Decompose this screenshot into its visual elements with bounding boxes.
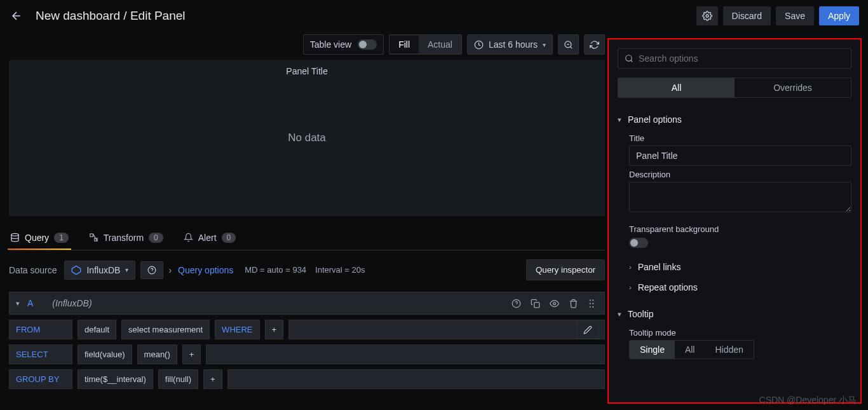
tab-transform-label: Transform [104, 233, 144, 243]
actual-option[interactable]: Actual [419, 36, 461, 53]
section-label: Tooltip [628, 309, 653, 319]
page-title: New dashboard / Edit Panel [36, 9, 186, 23]
query-row-key: SELECT [9, 345, 72, 364]
query-row-value[interactable]: field(value) [78, 345, 132, 364]
svg-point-11 [590, 299, 591, 301]
svg-point-16 [592, 306, 593, 307]
query-row-value[interactable]: mean() [137, 345, 177, 364]
query-row-rest [206, 345, 605, 364]
description-field-label: Description [629, 170, 851, 179]
tab-transform[interactable]: Transform 0 [89, 226, 163, 249]
svg-point-13 [590, 303, 591, 304]
query-letter: A [27, 298, 33, 308]
copy-icon[interactable] [531, 299, 541, 308]
tooltip-mode-all[interactable]: All [675, 341, 705, 359]
preview-title: Panel Title [286, 66, 327, 76]
time-range-picker[interactable]: Last 6 hours ▾ [467, 34, 553, 55]
clock-icon [474, 40, 484, 50]
options-sidebar: Time series ▾ › All Overrides ▾ Panel op… [607, 38, 862, 404]
datasource-name: InfluxDB [86, 265, 120, 275]
section-tooltip[interactable]: ▾ Tooltip [618, 304, 851, 324]
fill-actual-segment: Fill Actual [389, 34, 462, 55]
transparent-toggle[interactable] [629, 238, 648, 248]
query-options-link[interactable]: Query options [178, 265, 233, 275]
edit-query-button[interactable] [576, 321, 599, 339]
tab-alert-label: Alert [198, 233, 217, 243]
search-options-input[interactable] [618, 48, 851, 69]
refresh-icon [590, 40, 599, 50]
time-range-label: Last 6 hours [489, 39, 538, 50]
datasource-picker[interactable]: InfluxDB ▾ [64, 261, 135, 280]
chevron-down-icon[interactable]: ▾ [16, 299, 20, 308]
influxdb-icon [71, 265, 81, 275]
tooltip-mode-hidden[interactable]: Hidden [705, 341, 753, 359]
zoom-out-icon [564, 40, 573, 50]
tab-transform-count: 0 [149, 233, 163, 243]
section-label: Panel links [638, 262, 681, 272]
section-repeat-options[interactable]: › Repeat options [618, 277, 851, 297]
svg-point-14 [592, 303, 593, 304]
description-input[interactable] [629, 182, 851, 212]
table-view-toggle[interactable]: Table view [303, 34, 384, 55]
toggle-icon [358, 39, 377, 50]
query-inspector-button[interactable]: Query inspector [526, 259, 605, 280]
tab-overrides[interactable]: Overrides [735, 78, 851, 97]
question-icon [147, 266, 156, 275]
watermark: CSDN @Developer 小马 [759, 395, 857, 406]
query-row-add[interactable]: + [265, 320, 284, 339]
apply-button[interactable]: Apply [819, 6, 859, 25]
tab-query-label: Query [25, 233, 49, 243]
chevron-right-icon[interactable]: › [168, 265, 172, 275]
chevron-down-icon: ▾ [543, 41, 546, 48]
svg-point-15 [590, 306, 591, 307]
query-row-rest [227, 369, 605, 389]
datasource-label: Data source [9, 265, 57, 275]
query-row-add[interactable]: + [182, 345, 201, 364]
tab-all[interactable]: All [618, 78, 735, 97]
query-header[interactable]: ▾ A (InfluxDB) [9, 292, 605, 315]
title-input[interactable] [629, 146, 851, 166]
tab-query[interactable]: Query 1 [10, 226, 69, 249]
drag-icon[interactable] [588, 299, 598, 308]
zoom-out-button[interactable] [558, 34, 579, 55]
chevron-right-icon: › [629, 284, 632, 291]
query-row-value[interactable]: time($__interval) [78, 369, 153, 389]
svg-point-10 [553, 302, 556, 304]
datasource-help[interactable] [140, 261, 163, 279]
query-row-keyword[interactable]: WHERE [215, 320, 259, 339]
md-info: MD = auto = 934 [245, 265, 306, 275]
section-panel-links[interactable]: › Panel links [618, 257, 851, 277]
transparent-label: Transparent background [629, 224, 851, 234]
pencil-icon [583, 325, 592, 334]
svg-rect-9 [534, 302, 539, 307]
query-row-rest [288, 320, 605, 339]
svg-point-12 [592, 299, 593, 301]
query-row-value[interactable]: fill(null) [158, 369, 198, 389]
query-row-value[interactable]: default [78, 320, 116, 339]
search-icon [625, 54, 634, 63]
no-data-message: No data [288, 132, 326, 144]
query-datasource: (InfluxDB) [52, 298, 92, 308]
trash-icon[interactable] [569, 299, 579, 308]
eye-icon[interactable] [550, 299, 560, 308]
section-label: Panel options [628, 114, 682, 125]
tooltip-mode-single[interactable]: Single [630, 341, 675, 359]
chevron-down-icon: ▾ [125, 266, 128, 273]
svg-line-3 [570, 46, 572, 48]
chevron-right-icon: › [629, 263, 632, 271]
fill-option[interactable]: Fill [390, 36, 419, 53]
query-row-value[interactable]: select measurement [121, 320, 210, 339]
help-icon[interactable] [512, 299, 522, 308]
refresh-button[interactable] [584, 34, 605, 55]
discard-button[interactable]: Discard [723, 6, 771, 25]
save-button[interactable]: Save [776, 6, 814, 25]
svg-point-0 [706, 15, 709, 17]
settings-button[interactable] [696, 6, 718, 25]
back-arrow[interactable] [9, 8, 24, 24]
query-row-add[interactable]: + [203, 369, 222, 389]
title-field-label: Title [629, 133, 851, 143]
search-field[interactable] [639, 53, 844, 64]
tab-alert[interactable]: Alert 0 [184, 226, 236, 249]
section-panel-options[interactable]: ▾ Panel options [618, 109, 851, 130]
svg-point-17 [626, 55, 632, 61]
